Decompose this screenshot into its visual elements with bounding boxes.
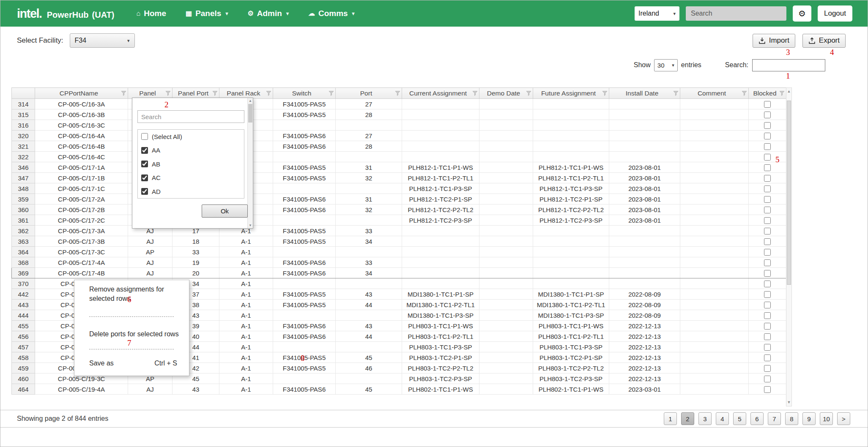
cell-comment[interactable]	[680, 352, 749, 363]
cell-switch[interactable]	[273, 247, 336, 257]
import-button[interactable]: Import	[753, 34, 795, 48]
cell-install-date[interactable]: 2022-12-13	[609, 331, 680, 342]
table-row-315[interactable]: 315CP-005-C/16-3BF341005-PAS528	[12, 109, 786, 120]
cell-demo-date[interactable]	[479, 321, 533, 331]
filter-icon[interactable]	[329, 91, 334, 96]
cell-current-assignment[interactable]: PLH812-1-TC1-P3-SP	[402, 183, 479, 194]
cell-install-date[interactable]	[609, 120, 680, 131]
cell-future-assignment[interactable]	[533, 226, 609, 236]
table-row-364[interactable]: 364CP-005-C/17-3CAP33A-1	[12, 247, 786, 257]
cell-install-date[interactable]	[609, 141, 680, 152]
row-number-cell[interactable]: 364	[12, 247, 35, 257]
row-number-cell[interactable]: 457	[12, 342, 35, 352]
cell-port[interactable]	[336, 310, 402, 321]
cell-cpportname[interactable]: CP-005-C/17-1C	[35, 183, 128, 194]
cell-current-assignment[interactable]: PLH812-1-TC2-P2-TL2	[402, 204, 479, 215]
cell-cpportname[interactable]: CP-005-C/17-4B	[35, 268, 128, 278]
cell-future-assignment[interactable]: PLH803-1-TC1-P2-TL1	[533, 331, 609, 342]
cell-comment[interactable]	[680, 99, 749, 109]
cell-install-date[interactable]	[609, 109, 680, 120]
cell-install-date[interactable]: 2023-08-01	[609, 183, 680, 194]
cell-port[interactable]: 43	[336, 321, 402, 331]
cell-switch[interactable]	[273, 310, 336, 321]
cell-demo-date[interactable]	[479, 194, 533, 204]
table-row-346[interactable]: 346CP-005-C/17-1AF341005-PAS531PLH812-1-…	[12, 162, 786, 173]
cell-comment[interactable]	[680, 384, 749, 395]
cell-switch[interactable]: F341005-PAS6	[273, 321, 336, 331]
cell-panel-port[interactable]: 43	[173, 384, 219, 395]
cell-port[interactable]: 33	[336, 226, 402, 236]
scroll-up-icon[interactable]: ▲	[786, 88, 791, 95]
column-header-panel[interactable]: Panel	[128, 88, 173, 99]
column-header-cpportname[interactable]: CPPortName	[35, 88, 128, 99]
column-header-panel-port[interactable]: Panel Port	[173, 88, 219, 99]
row-number-cell[interactable]: 456	[12, 331, 35, 342]
cell-install-date[interactable]: 2022-12-13	[609, 321, 680, 331]
cell-switch[interactable]	[273, 183, 336, 194]
filter-checkbox[interactable]	[141, 161, 148, 167]
cell-switch[interactable]: F341005-PAS6	[273, 204, 336, 215]
cell-comment[interactable]	[680, 363, 749, 373]
cell-current-assignment[interactable]: MDI1380-1-TC1-P1-SP	[402, 289, 479, 300]
cell-install-date[interactable]: 2022-08-09	[609, 310, 680, 321]
cell-current-assignment[interactable]	[402, 257, 479, 268]
table-row-320[interactable]: 320CP-005-C/16-4AF341005-PAS627	[12, 131, 786, 141]
blocked-checkbox[interactable]	[764, 185, 771, 192]
cell-panel[interactable]: AJ	[128, 236, 173, 247]
pagination-page-6[interactable]: 6	[750, 412, 764, 425]
blocked-checkbox[interactable]	[764, 175, 771, 182]
row-number-cell[interactable]: 455	[12, 321, 35, 331]
cell-future-assignment[interactable]: PLH812-1-TC2-P3-SP	[533, 215, 609, 226]
cell-install-date[interactable]: 2022-08-09	[609, 300, 680, 310]
scrollbar-thumb[interactable]	[248, 104, 252, 123]
cell-panel-rack[interactable]: A-1	[219, 352, 273, 363]
entries-select[interactable]: 30 ▾	[654, 59, 678, 71]
settings-button[interactable]: ⚙	[793, 5, 811, 22]
nav-search-input[interactable]	[686, 6, 786, 21]
cell-cpportname[interactable]: CP-005-C/16-3B	[35, 109, 128, 120]
cell-port[interactable]	[336, 183, 402, 194]
cell-switch[interactable]: F341005-PAS6	[273, 194, 336, 204]
row-number-cell[interactable]: 443	[12, 300, 35, 310]
cell-switch[interactable]: F341005-PAS6	[273, 141, 336, 152]
cell-install-date[interactable]	[609, 131, 680, 141]
cell-demo-date[interactable]	[479, 131, 533, 141]
cell-future-assignment[interactable]: PLH803-1-TC2-P1-SP	[533, 352, 609, 363]
cell-install-date[interactable]: 2023-08-01	[609, 204, 680, 215]
table-row-464[interactable]: 464CP-005-C/19-4AAJ43A-1F341005-PAS645PL…	[12, 384, 786, 395]
cell-current-assignment[interactable]	[402, 109, 479, 120]
blocked-checkbox[interactable]	[764, 323, 771, 330]
cell-cpportname[interactable]: CP-005-C/16-4A	[35, 131, 128, 141]
cell-comment[interactable]	[680, 120, 749, 131]
blocked-checkbox[interactable]	[764, 333, 771, 340]
cell-comment[interactable]	[680, 268, 749, 278]
filter-icon[interactable]	[742, 91, 747, 96]
cell-switch[interactable]: F341005-PAS5	[273, 109, 336, 120]
cell-port[interactable]: 27	[336, 131, 402, 141]
blocked-checkbox[interactable]	[764, 259, 771, 266]
export-button[interactable]: Export	[802, 34, 846, 48]
filter-icon[interactable]	[602, 91, 608, 96]
row-number-cell[interactable]: 464	[12, 384, 35, 395]
cell-future-assignment[interactable]: PLH812-1-TC1-P3-SP	[533, 183, 609, 194]
filter-checkbox[interactable]	[141, 174, 148, 181]
cell-port[interactable]: 28	[336, 109, 402, 120]
cell-demo-date[interactable]	[479, 289, 533, 300]
table-row-321[interactable]: 321CP-005-C/16-4BF341005-PAS628	[12, 141, 786, 152]
cell-cpportname[interactable]: CP-005-C/17-2A	[35, 194, 128, 204]
cell-port[interactable]	[336, 278, 402, 289]
blocked-checkbox[interactable]	[764, 217, 771, 224]
column-header-blocked[interactable]: Blocked	[749, 88, 786, 99]
cell-comment[interactable]	[680, 152, 749, 162]
cell-port[interactable]: 45	[336, 352, 402, 363]
cell-current-assignment[interactable]: PLH803-1-TC1-P1-WS	[402, 321, 479, 331]
cell-port[interactable]: 44	[336, 331, 402, 342]
cell-switch[interactable]: F341005-PAS6	[273, 131, 336, 141]
filter-checkbox[interactable]	[141, 188, 148, 195]
table-search-input[interactable]	[752, 59, 825, 71]
cell-future-assignment[interactable]	[533, 141, 609, 152]
menu-item-delete-ports[interactable]: Delete ports for selected rows	[89, 330, 179, 338]
cell-panel-rack[interactable]: A-1	[219, 289, 273, 300]
cell-comment[interactable]	[680, 226, 749, 236]
cell-demo-date[interactable]	[479, 236, 533, 247]
